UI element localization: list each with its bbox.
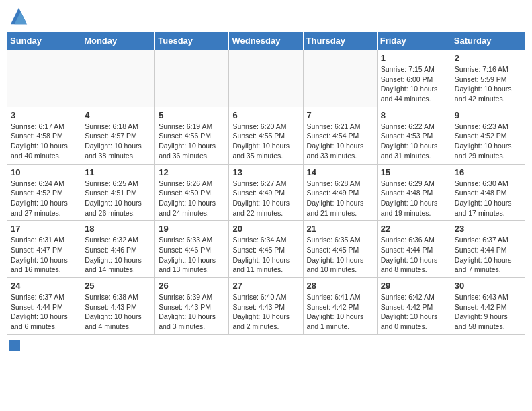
weekday-header-saturday: Saturday	[451, 32, 525, 50]
calendar-footer	[7, 340, 525, 351]
calendar-cell: 21Sunrise: 6:35 AM Sunset: 4:45 PM Dayli…	[303, 221, 377, 278]
day-number: 29	[381, 281, 447, 291]
day-number: 25	[85, 281, 151, 291]
calendar-cell: 7Sunrise: 6:21 AM Sunset: 4:54 PM Daylig…	[303, 107, 377, 164]
day-number: 15	[381, 167, 447, 177]
calendar-cell	[155, 50, 229, 107]
calendar-cell: 4Sunrise: 6:18 AM Sunset: 4:57 PM Daylig…	[81, 107, 155, 164]
day-info: Sunrise: 6:33 AM Sunset: 4:46 PM Dayligh…	[159, 235, 225, 275]
day-number: 3	[11, 110, 77, 120]
day-info: Sunrise: 6:20 AM Sunset: 4:55 PM Dayligh…	[232, 122, 299, 161]
calendar-cell: 17Sunrise: 6:31 AM Sunset: 4:47 PM Dayli…	[7, 221, 81, 278]
day-info: Sunrise: 6:43 AM Sunset: 4:42 PM Dayligh…	[455, 292, 521, 332]
day-info: Sunrise: 6:18 AM Sunset: 4:57 PM Dayligh…	[85, 122, 151, 161]
day-number: 14	[307, 167, 373, 177]
day-number: 2	[455, 53, 521, 63]
day-info: Sunrise: 6:19 AM Sunset: 4:56 PM Dayligh…	[159, 122, 225, 161]
week-row-2: 3Sunrise: 6:17 AM Sunset: 4:58 PM Daylig…	[7, 107, 525, 164]
day-number: 22	[381, 224, 447, 234]
day-info: Sunrise: 7:15 AM Sunset: 6:00 PM Dayligh…	[381, 64, 447, 104]
day-number: 1	[381, 53, 447, 63]
day-info: Sunrise: 6:27 AM Sunset: 4:49 PM Dayligh…	[232, 179, 299, 218]
day-number: 24	[11, 281, 77, 291]
day-info: Sunrise: 7:16 AM Sunset: 5:59 PM Dayligh…	[455, 64, 521, 104]
weekday-header-friday: Friday	[377, 32, 451, 50]
day-number: 17	[11, 224, 77, 234]
day-number: 20	[232, 224, 299, 234]
day-info: Sunrise: 6:35 AM Sunset: 4:45 PM Dayligh…	[307, 235, 373, 275]
calendar-cell: 23Sunrise: 6:37 AM Sunset: 4:44 PM Dayli…	[451, 221, 525, 278]
calendar-cell: 20Sunrise: 6:34 AM Sunset: 4:45 PM Dayli…	[229, 221, 303, 278]
calendar-cell: 13Sunrise: 6:27 AM Sunset: 4:49 PM Dayli…	[229, 164, 303, 221]
calendar-cell	[81, 50, 155, 107]
day-info: Sunrise: 6:37 AM Sunset: 4:44 PM Dayligh…	[455, 235, 521, 275]
calendar-cell: 16Sunrise: 6:30 AM Sunset: 4:48 PM Dayli…	[451, 164, 525, 221]
week-row-4: 17Sunrise: 6:31 AM Sunset: 4:47 PM Dayli…	[7, 221, 525, 278]
day-info: Sunrise: 6:17 AM Sunset: 4:58 PM Dayligh…	[11, 122, 77, 161]
weekday-header-row: SundayMondayTuesdayWednesdayThursdayFrid…	[7, 32, 525, 50]
day-info: Sunrise: 6:22 AM Sunset: 4:53 PM Dayligh…	[381, 122, 447, 161]
day-info: Sunrise: 6:24 AM Sunset: 4:52 PM Dayligh…	[11, 179, 77, 218]
calendar-cell	[303, 50, 377, 107]
day-info: Sunrise: 6:37 AM Sunset: 4:44 PM Dayligh…	[11, 292, 77, 332]
day-number: 5	[159, 110, 225, 120]
day-number: 28	[307, 281, 373, 291]
day-number: 10	[11, 167, 77, 177]
week-row-3: 10Sunrise: 6:24 AM Sunset: 4:52 PM Dayli…	[7, 164, 525, 221]
day-number: 27	[232, 281, 299, 291]
calendar-cell: 24Sunrise: 6:37 AM Sunset: 4:44 PM Dayli…	[7, 278, 81, 335]
weekday-header-sunday: Sunday	[7, 32, 81, 50]
calendar-cell: 11Sunrise: 6:25 AM Sunset: 4:51 PM Dayli…	[81, 164, 155, 221]
calendar-cell: 29Sunrise: 6:42 AM Sunset: 4:42 PM Dayli…	[377, 278, 451, 335]
calendar-cell: 27Sunrise: 6:40 AM Sunset: 4:43 PM Dayli…	[229, 278, 303, 335]
calendar-cell: 6Sunrise: 6:20 AM Sunset: 4:55 PM Daylig…	[229, 107, 303, 164]
day-number: 12	[159, 167, 225, 177]
day-number: 7	[307, 110, 373, 120]
day-info: Sunrise: 6:39 AM Sunset: 4:43 PM Dayligh…	[159, 292, 225, 332]
calendar-cell: 3Sunrise: 6:17 AM Sunset: 4:58 PM Daylig…	[7, 107, 81, 164]
calendar-cell: 15Sunrise: 6:29 AM Sunset: 4:48 PM Dayli…	[377, 164, 451, 221]
legend-color-box	[9, 340, 20, 351]
day-info: Sunrise: 6:21 AM Sunset: 4:54 PM Dayligh…	[307, 122, 373, 161]
day-number: 26	[159, 281, 225, 291]
calendar-cell: 30Sunrise: 6:43 AM Sunset: 4:42 PM Dayli…	[451, 278, 525, 335]
logo	[9, 7, 31, 26]
weekday-header-wednesday: Wednesday	[229, 32, 303, 50]
calendar-cell: 22Sunrise: 6:36 AM Sunset: 4:44 PM Dayli…	[377, 221, 451, 278]
week-row-1: 1Sunrise: 7:15 AM Sunset: 6:00 PM Daylig…	[7, 50, 525, 107]
calendar-cell	[7, 50, 81, 107]
logo-icon	[9, 7, 28, 26]
calendar-cell: 18Sunrise: 6:32 AM Sunset: 4:46 PM Dayli…	[81, 221, 155, 278]
day-info: Sunrise: 6:29 AM Sunset: 4:48 PM Dayligh…	[381, 179, 447, 218]
calendar-cell	[229, 50, 303, 107]
day-number: 18	[85, 224, 151, 234]
day-number: 21	[307, 224, 373, 234]
day-info: Sunrise: 6:28 AM Sunset: 4:49 PM Dayligh…	[307, 179, 373, 218]
day-number: 8	[381, 110, 447, 120]
calendar-cell: 25Sunrise: 6:38 AM Sunset: 4:43 PM Dayli…	[81, 278, 155, 335]
day-number: 23	[455, 224, 521, 234]
calendar-cell: 14Sunrise: 6:28 AM Sunset: 4:49 PM Dayli…	[303, 164, 377, 221]
day-number: 16	[455, 167, 521, 177]
day-info: Sunrise: 6:34 AM Sunset: 4:45 PM Dayligh…	[232, 235, 299, 275]
day-number: 11	[85, 167, 151, 177]
calendar-cell: 1Sunrise: 7:15 AM Sunset: 6:00 PM Daylig…	[377, 50, 451, 107]
calendar-cell: 8Sunrise: 6:22 AM Sunset: 4:53 PM Daylig…	[377, 107, 451, 164]
day-info: Sunrise: 6:25 AM Sunset: 4:51 PM Dayligh…	[85, 179, 151, 218]
calendar-cell: 26Sunrise: 6:39 AM Sunset: 4:43 PM Dayli…	[155, 278, 229, 335]
day-number: 13	[232, 167, 299, 177]
weekday-header-monday: Monday	[81, 32, 155, 50]
day-info: Sunrise: 6:32 AM Sunset: 4:46 PM Dayligh…	[85, 235, 151, 275]
day-info: Sunrise: 6:42 AM Sunset: 4:42 PM Dayligh…	[381, 292, 447, 332]
calendar-cell: 19Sunrise: 6:33 AM Sunset: 4:46 PM Dayli…	[155, 221, 229, 278]
day-info: Sunrise: 6:40 AM Sunset: 4:43 PM Dayligh…	[232, 292, 299, 332]
day-info: Sunrise: 6:26 AM Sunset: 4:50 PM Dayligh…	[159, 179, 225, 218]
day-number: 4	[85, 110, 151, 120]
day-number: 6	[232, 110, 299, 120]
day-info: Sunrise: 6:30 AM Sunset: 4:48 PM Dayligh…	[455, 179, 521, 218]
day-info: Sunrise: 6:31 AM Sunset: 4:47 PM Dayligh…	[11, 235, 77, 275]
calendar-cell: 2Sunrise: 7:16 AM Sunset: 5:59 PM Daylig…	[451, 50, 525, 107]
day-info: Sunrise: 6:38 AM Sunset: 4:43 PM Dayligh…	[85, 292, 151, 332]
weekday-header-thursday: Thursday	[303, 32, 377, 50]
calendar-cell: 12Sunrise: 6:26 AM Sunset: 4:50 PM Dayli…	[155, 164, 229, 221]
